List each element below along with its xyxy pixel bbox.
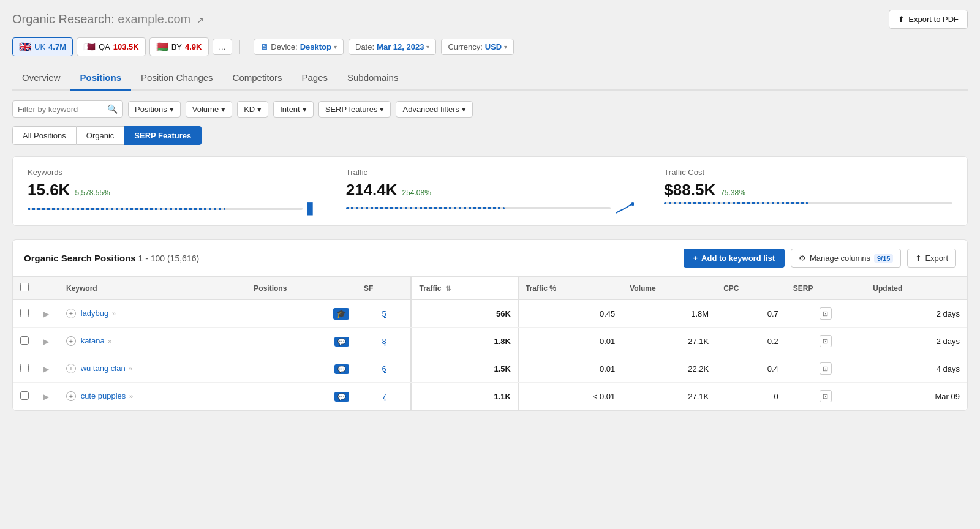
chevron-down-icon-adv: ▾ [462, 105, 466, 114]
keyword-search-input[interactable] [18, 105, 104, 114]
add-keyword-icon-3[interactable]: + [66, 391, 76, 401]
tab-pages[interactable]: Pages [292, 66, 337, 91]
add-keyword-icon-1[interactable]: + [66, 336, 76, 346]
traffic-cost-change: 75.38% [720, 189, 745, 197]
row-sf-3: 7 [356, 383, 412, 410]
region-bar: 🇬🇧 UK 4.7M 🇶🇦 QA 103.5K 🇧🇾 BY 4.9K ... 🖥… [12, 37, 968, 56]
chevron-down-icon-intent: ▾ [303, 105, 307, 114]
row-checkbox-1[interactable] [20, 336, 29, 345]
keywords-value: 15.6K [28, 181, 70, 200]
tab-competitors[interactable]: Competitors [223, 66, 292, 91]
volume-filter[interactable]: Volume ▾ [186, 101, 232, 118]
traffic-value: 214.4K [346, 181, 398, 200]
row-checkbox-cell[interactable] [13, 383, 36, 410]
row-checkbox-0[interactable] [20, 309, 29, 317]
stat-traffic-cost: Traffic Cost $88.5K 75.38% [649, 157, 967, 225]
row-serp-3: ⊡ [786, 383, 865, 410]
traffic-label: Traffic [346, 168, 635, 177]
row-checkbox-cell[interactable] [13, 300, 36, 328]
th-expand [36, 277, 59, 300]
region-uk[interactable]: 🇬🇧 UK 4.7M [12, 37, 73, 56]
row-expand-1[interactable]: ▶ [36, 328, 59, 355]
keyword-link-1[interactable]: katana [81, 336, 105, 345]
row-expand-3[interactable]: ▶ [36, 383, 59, 410]
table-row: ▶ + cute puppies » 💬 7 1.1K < 0.01 27.1K… [13, 383, 967, 410]
th-positions[interactable]: Positions [246, 277, 356, 300]
row-checkbox-cell[interactable] [13, 355, 36, 383]
pos-num-2[interactable]: 6 [382, 364, 386, 373]
chevron-down-icon-vol: ▾ [221, 105, 225, 114]
keyword-link-3[interactable]: cute puppies [81, 391, 126, 400]
traffic-bar-track [346, 207, 611, 209]
pos-num-0[interactable]: 5 [382, 309, 386, 318]
serp-features-filter[interactable]: SERP features ▾ [318, 101, 391, 118]
add-to-keyword-list-button[interactable]: + Add to keyword list [684, 249, 785, 268]
tab-positions[interactable]: Positions [70, 66, 132, 91]
keyword-link-2[interactable]: wu tang clan [81, 364, 126, 373]
table-title: Organic Search Positions 1 - 100 (15,616… [24, 253, 199, 263]
currency-filter[interactable]: Currency: USD ▾ [441, 39, 514, 55]
sub-tab-all-positions[interactable]: All Positions [12, 126, 77, 145]
sub-tabs: All Positions Organic SERP Features [12, 126, 968, 145]
th-select-all[interactable] [13, 277, 36, 300]
sort-icon-traffic: ⇅ [445, 285, 451, 292]
row-expand-2[interactable]: ▶ [36, 355, 59, 383]
tab-subdomains[interactable]: Subdomains [337, 66, 408, 91]
tab-position-changes[interactable]: Position Changes [131, 66, 223, 91]
qa-flag-icon: 🇶🇦 [83, 41, 96, 53]
traffic-cost-value: $88.5K [664, 181, 715, 200]
th-traffic[interactable]: Traffic ⇅ [412, 277, 518, 300]
row-checkbox-cell[interactable] [13, 328, 36, 355]
positions-filter[interactable]: Positions ▾ [128, 101, 181, 118]
keywords-bar-fill [28, 208, 225, 210]
kd-filter[interactable]: KD ▾ [237, 101, 268, 118]
more-regions-button[interactable]: ... [213, 39, 233, 55]
traffic-cost-bar-track [664, 202, 952, 204]
intent-filter[interactable]: Intent ▾ [273, 101, 314, 118]
filter-bar: 🔍 Positions ▾ Volume ▾ KD ▾ Intent ▾ SER… [12, 100, 968, 118]
keyword-search-box[interactable]: 🔍 [12, 100, 123, 118]
row-checkbox-2[interactable] [20, 364, 29, 372]
sub-tab-organic[interactable]: Organic [77, 126, 125, 145]
chevron-down-icon-date: ▾ [426, 43, 429, 50]
select-all-checkbox[interactable] [20, 283, 29, 291]
pos-num-1[interactable]: 8 [382, 337, 386, 346]
row-checkbox-3[interactable] [20, 391, 29, 400]
sf-badge-0: 🎓 [333, 308, 349, 320]
sf-badge-2: 💬 [334, 364, 349, 374]
traffic-cost-bar-fill [664, 202, 808, 204]
th-volume[interactable]: Volume [622, 277, 716, 300]
sub-tab-serp-features[interactable]: SERP Features [124, 126, 202, 145]
advanced-filters[interactable]: Advanced filters ▾ [396, 101, 473, 118]
table-export-button[interactable]: ⬆ Export [907, 249, 956, 268]
keywords-bar-track [28, 208, 303, 210]
region-by[interactable]: 🇧🇾 BY 4.9K [149, 37, 209, 56]
divider [239, 40, 240, 54]
manage-columns-button[interactable]: ⚙ Manage columns 9/15 [791, 249, 901, 268]
row-cpc-2: 0.4 [716, 355, 786, 383]
add-keyword-icon-0[interactable]: + [66, 309, 76, 318]
pos-num-3[interactable]: 7 [382, 392, 386, 401]
th-serp[interactable]: SERP [786, 277, 865, 300]
device-filter[interactable]: 🖥 Device: Desktop ▾ [254, 39, 344, 55]
row-volume-2: 22.2K [622, 355, 716, 383]
th-traffic-pct[interactable]: Traffic % [518, 277, 622, 300]
row-traffic-pct-0: 0.45 [518, 300, 622, 328]
external-link-icon[interactable]: ↗ [197, 15, 204, 25]
manage-cols-badge: 9/15 [874, 254, 893, 263]
row-serp-1: ⊡ [786, 328, 865, 355]
tab-overview[interactable]: Overview [12, 66, 70, 91]
row-traffic-3: 1.1K [412, 383, 518, 410]
keyword-link-0[interactable]: ladybug [81, 309, 109, 318]
chevron-down-icon-currency: ▾ [504, 43, 507, 50]
region-qa[interactable]: 🇶🇦 QA 103.5K [77, 37, 146, 56]
row-expand-0[interactable]: ▶ [36, 300, 59, 328]
keywords-change: 5,578.55% [75, 189, 110, 197]
export-pdf-button[interactable]: ⬆ Export to PDF [889, 10, 968, 29]
th-keyword[interactable]: Keyword [59, 277, 246, 300]
date-filter[interactable]: Date: Mar 12, 2023 ▾ [349, 39, 436, 55]
add-keyword-icon-2[interactable]: + [66, 364, 76, 373]
th-sf[interactable]: SF [356, 277, 412, 300]
th-cpc[interactable]: CPC [716, 277, 786, 300]
th-updated[interactable]: Updated [865, 277, 967, 300]
